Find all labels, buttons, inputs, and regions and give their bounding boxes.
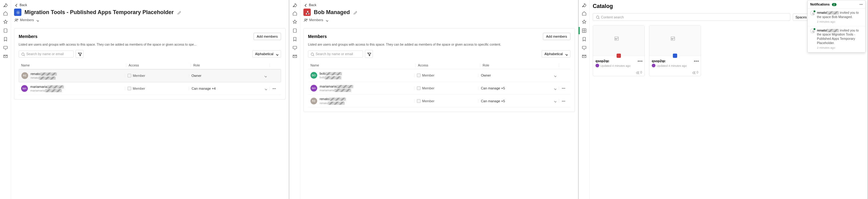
user-sub: mariamaria [320,88,353,92]
monitor-icon[interactable] [292,45,297,50]
back-button[interactable]: Back [14,3,286,7]
back-label: Back [20,3,27,7]
user-sub: renato [31,76,57,79]
bookmark-icon[interactable] [292,37,297,41]
catalog-title: Catalog [593,3,613,9]
role-dropdown[interactable]: Can manage +5 [478,99,559,103]
user-name: renato [31,72,57,76]
panel-title: Members [19,34,37,39]
content-search-input[interactable]: Content search [593,13,790,21]
book-icon[interactable] [292,28,297,33]
catalog-card[interactable]: •••qsop2qcUpdated 4 minutes ago0 [649,25,701,76]
table-row[interactable]: RErenatorenatoMemberCan manage +5••• [308,94,570,108]
table-rows: RErenatorenatoMemberOwnerMAmariamariamar… [19,69,281,95]
space-icon [303,8,311,16]
user-name: mariamaria [320,85,353,88]
table-row[interactable]: MAmariamariamariamariaMemberCan manage +… [19,82,281,95]
home-icon[interactable] [3,11,8,16]
access-cell: Member [414,99,478,103]
role-dropdown[interactable]: Owner [189,74,269,78]
members-panel: Members Add members Listed are users and… [303,28,575,112]
avatar: BO [310,72,317,79]
sort-dropdown[interactable]: Alphabetical [252,50,281,58]
home-icon[interactable] [582,11,587,16]
notification-item[interactable]: renato invited you to the space Migratio… [808,26,865,52]
table-header: Name Access Role [19,61,281,69]
user-sub: bob [320,76,342,79]
card-title: qsop2qc [652,59,698,63]
card-views: 0 [593,69,644,76]
add-members-button[interactable]: Add members [253,33,281,40]
row-menu[interactable]: ••• [559,86,568,90]
user-sub: renato [320,101,346,105]
add-members-button[interactable]: Add members [543,33,570,40]
gear-icon [810,11,815,16]
members-dropdown[interactable]: Members [303,18,575,22]
space-icon [14,8,22,16]
rocket-icon[interactable] [292,2,297,7]
panel-description: Listed are users and groups with access … [308,42,570,46]
mail-icon[interactable] [582,54,587,59]
bookmark-icon[interactable] [582,37,587,41]
square-icon [128,74,131,78]
avatar: RE [22,72,28,79]
bookmark-icon[interactable] [3,37,8,41]
role-dropdown[interactable]: Can manage +5 [478,86,559,90]
card-menu[interactable]: ••• [694,58,699,64]
access-cell: Member [125,74,189,78]
rocket-icon[interactable] [3,2,8,7]
card-meta: Updated 4 minutes ago [595,64,642,67]
search-input[interactable]: Search by name or email [19,51,74,58]
rocket-icon[interactable] [582,2,587,7]
table-row[interactable]: MAmariamariamariamariaMemberCan manage +… [308,82,570,95]
catalog-card[interactable]: •••qsop2qcUpdated 4 minutes ago0 [593,25,645,76]
avatar [595,64,599,67]
notification-item[interactable]: renato invited you to the space Bob Mana… [808,8,865,26]
row-menu[interactable]: ••• [270,87,279,90]
square-icon [128,87,131,90]
grid-icon[interactable] [582,28,587,33]
notifications-popover: Notifications 2 ••• renato invited you t… [807,0,866,53]
sidebar [579,0,590,199]
access-cell: Member [125,87,189,90]
notifications-menu[interactable]: ••• [860,2,863,6]
gear-icon [810,28,815,33]
app-migration: Back Migration Tools - Published Apps Te… [0,0,289,199]
home-icon[interactable] [292,11,297,16]
avatar [652,64,655,67]
filter-button[interactable] [75,50,84,58]
members-panel: Members Add members Listed are users and… [14,28,286,100]
members-dropdown[interactable]: Members [14,18,286,22]
monitor-icon[interactable] [3,45,8,50]
user-sub: mariamaria [30,89,64,92]
star-icon[interactable] [292,20,297,25]
user-name: bob [320,72,342,76]
back-button[interactable]: Back [303,3,575,7]
panel-title: Members [308,34,327,39]
star-icon[interactable] [582,20,587,25]
square-icon [417,99,421,103]
pencil-icon[interactable] [353,10,357,15]
table-row[interactable]: BObobbobMemberOwner [308,69,570,82]
access-cell: Member [414,86,478,90]
card-menu[interactable]: ••• [638,58,643,64]
role-dropdown[interactable]: Can manage +4 [189,87,270,90]
table-row[interactable]: RErenatorenatoMemberOwner [19,69,281,82]
sidebar [0,0,11,199]
back-label: Back [309,3,316,7]
avatar: MA [21,85,28,92]
mail-icon[interactable] [3,54,8,59]
sort-dropdown[interactable]: Alphabetical [542,50,570,58]
table-header: Name Access Role [308,61,570,69]
monitor-icon[interactable] [582,45,587,50]
star-icon[interactable] [3,20,8,25]
user-name: renato [320,97,346,101]
role-dropdown[interactable]: Owner [478,74,559,77]
pencil-icon[interactable] [177,10,181,15]
book-icon[interactable] [3,28,8,33]
mail-icon[interactable] [292,54,297,59]
search-input[interactable]: Search by name or email [308,51,363,58]
row-menu[interactable]: ••• [559,99,568,103]
square-icon [417,74,421,77]
filter-button[interactable] [365,50,373,58]
